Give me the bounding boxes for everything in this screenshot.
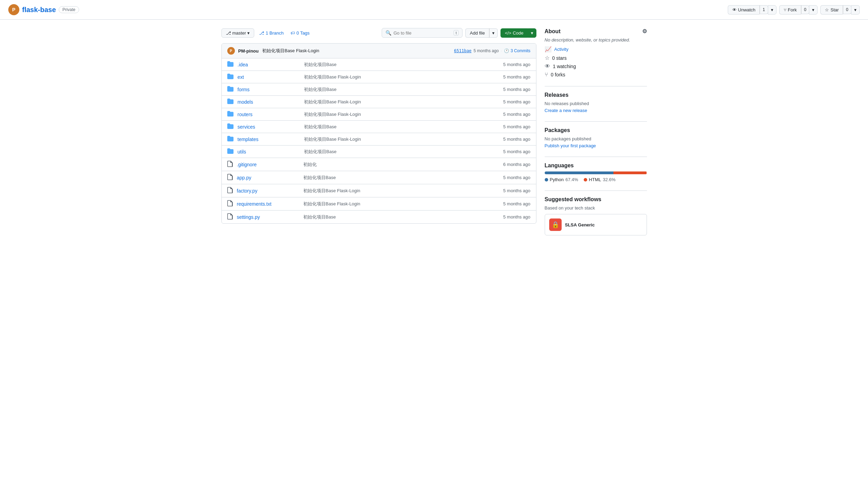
- file-icon: [227, 200, 233, 207]
- file-name-link[interactable]: requirements.txt: [237, 201, 299, 207]
- add-file-button[interactable]: Add file: [465, 28, 489, 38]
- commit-author-name[interactable]: PM-pinou: [238, 48, 259, 54]
- file-icon: [227, 213, 233, 221]
- table-row: ext初始化项目Base Flask-Login5 months ago: [222, 71, 536, 83]
- file-name-link[interactable]: models: [238, 99, 300, 105]
- folder-icon: [227, 123, 233, 130]
- file-name-link[interactable]: .idea: [238, 62, 300, 67]
- file-commit-msg: 初始化项目Base Flask-Login: [303, 201, 488, 207]
- unwatch-count[interactable]: 1: [760, 5, 768, 14]
- unwatch-dropdown[interactable]: ▾: [768, 5, 776, 15]
- folder-icon: [227, 136, 233, 142]
- file-time: 5 months ago: [493, 87, 531, 92]
- toolbar: ⎇ master ▾ ⎇ 1 Branch 🏷 0 Tags 🔍 t: [221, 28, 536, 38]
- file-name-link[interactable]: templates: [238, 137, 300, 142]
- create-release-link[interactable]: Create a new release: [545, 108, 588, 113]
- file-table: P PM-pinou 初始化项目Base Flask-Login 6511bae…: [221, 43, 536, 224]
- file-name-link[interactable]: forms: [238, 87, 300, 92]
- file-name-link[interactable]: app.py: [237, 175, 299, 180]
- table-row: .gitignore初始化6 months ago: [222, 158, 536, 171]
- star-count[interactable]: 0: [843, 5, 851, 14]
- file-rows-container: .idea初始化项目Base5 months agoext初始化项目Base F…: [222, 58, 536, 223]
- visibility-badge: Private: [59, 6, 79, 13]
- search-input[interactable]: [393, 30, 451, 36]
- workflow-icon: 🔒: [549, 218, 562, 231]
- star-dropdown[interactable]: ▾: [851, 5, 860, 15]
- search-kbd: t: [454, 30, 459, 36]
- code-dropdown[interactable]: ▾: [528, 28, 536, 38]
- file-commit-msg: 初始化项目Base Flask-Login: [304, 99, 488, 105]
- table-row: templates初始化项目Base Flask-Login5 months a…: [222, 133, 536, 146]
- file-commit-msg: 初始化: [303, 161, 488, 168]
- python-lang: Python 67.4%: [545, 177, 578, 182]
- folder-icon: [227, 61, 233, 68]
- file-time: 5 months ago: [493, 124, 531, 129]
- fork-group: ⑂ Fork 0 ▾: [779, 5, 818, 15]
- fork-dropdown[interactable]: ▾: [809, 5, 818, 15]
- file-commit-msg: 初始化项目Base Flask-Login: [304, 111, 488, 118]
- commit-header: P PM-pinou 初始化项目Base Flask-Login 6511bae…: [222, 44, 536, 58]
- gear-icon[interactable]: ⚙: [642, 28, 647, 35]
- file-name-link[interactable]: .gitignore: [237, 162, 299, 167]
- packages-title: Packages: [545, 127, 647, 133]
- commit-author-avatar: P: [227, 47, 235, 55]
- stars-count: 0 stars: [552, 55, 567, 61]
- commit-time: 5 months ago: [474, 48, 499, 53]
- watching-count: 1 watching: [553, 64, 576, 69]
- file-time: 5 months ago: [493, 99, 531, 104]
- file-time: 5 months ago: [493, 175, 531, 180]
- stars-icon: ☆: [545, 55, 550, 61]
- sidebar-divider-4: [545, 190, 647, 191]
- activity-icon: 📈: [545, 46, 552, 53]
- fork-icon: ⑂: [784, 7, 786, 12]
- file-name-link[interactable]: utils: [238, 149, 300, 155]
- unwatch-button[interactable]: 👁 Unwatch: [728, 5, 760, 15]
- file-time: 5 months ago: [493, 149, 531, 154]
- file-commit-msg: 初始化项目Base: [303, 175, 488, 181]
- python-dot: [545, 178, 548, 181]
- search-bar: 🔍 t: [382, 28, 462, 38]
- file-name-link[interactable]: ext: [238, 74, 300, 80]
- file-time: 5 months ago: [493, 188, 531, 193]
- file-commit-msg: 初始化项目Base Flask-Login: [304, 136, 488, 142]
- publish-package-link[interactable]: Publish your first package: [545, 143, 596, 148]
- code-button[interactable]: </> Code: [500, 28, 528, 38]
- file-name-link[interactable]: routers: [238, 112, 300, 117]
- file-commit-msg: 初始化项目Base: [304, 124, 488, 130]
- repo-name-link[interactable]: flask-base: [22, 6, 56, 14]
- sidebar-divider-3: [545, 157, 647, 157]
- releases-title: Releases: [545, 92, 647, 98]
- workflow-name: SLSA Generic: [565, 222, 595, 227]
- commit-meta: 6511bae 5 months ago · 🕐 3 Commits: [454, 48, 531, 53]
- file-name-link[interactable]: settings.py: [237, 214, 299, 220]
- commits-link[interactable]: 🕐 3 Commits: [504, 48, 530, 53]
- file-commit-msg: 初始化项目Base Flask-Login: [303, 188, 488, 194]
- branches-link[interactable]: ⎇ 1 Branch: [257, 29, 286, 37]
- repo-actions: 👁 Unwatch 1 ▾ ⑂ Fork 0 ▾ ☆ Star: [728, 5, 860, 15]
- file-name-link[interactable]: services: [238, 124, 300, 130]
- file-commit-msg: 初始化项目Base: [304, 149, 488, 155]
- branch-tag-row: ⎇ master ▾ ⎇ 1 Branch 🏷 0 Tags: [221, 28, 312, 38]
- languages-bar: [545, 171, 647, 174]
- table-row: services初始化项目Base5 months ago: [222, 121, 536, 133]
- main-container: ⎇ master ▾ ⎇ 1 Branch 🏷 0 Tags 🔍 t: [213, 20, 655, 244]
- packages-empty: No packages published: [545, 136, 647, 141]
- fork-button[interactable]: ⑂ Fork: [779, 5, 801, 15]
- fork-count[interactable]: 0: [801, 5, 810, 14]
- table-row: models初始化项目Base Flask-Login5 months ago: [222, 96, 536, 108]
- commit-hash[interactable]: 6511bae: [454, 48, 472, 53]
- branch-selector[interactable]: ⎇ master ▾: [221, 28, 255, 38]
- file-icon: [227, 161, 233, 168]
- workflows-subtitle: Based on your tech stack: [545, 205, 647, 211]
- eye-icon: 👁: [732, 7, 737, 12]
- add-file-group: Add file ▾: [465, 28, 497, 38]
- table-row: factory.py初始化项目Base Flask-Login5 months …: [222, 184, 536, 197]
- add-file-dropdown[interactable]: ▾: [489, 28, 498, 38]
- file-name-link[interactable]: factory.py: [237, 188, 299, 194]
- activity-link[interactable]: Activity: [554, 47, 569, 52]
- html-dot: [584, 178, 587, 181]
- file-time: 6 months ago: [493, 162, 531, 167]
- file-commit-msg: 初始化项目Base Flask-Login: [304, 74, 488, 80]
- star-button[interactable]: ☆ Star: [820, 5, 843, 15]
- tags-link[interactable]: 🏷 0 Tags: [288, 29, 312, 37]
